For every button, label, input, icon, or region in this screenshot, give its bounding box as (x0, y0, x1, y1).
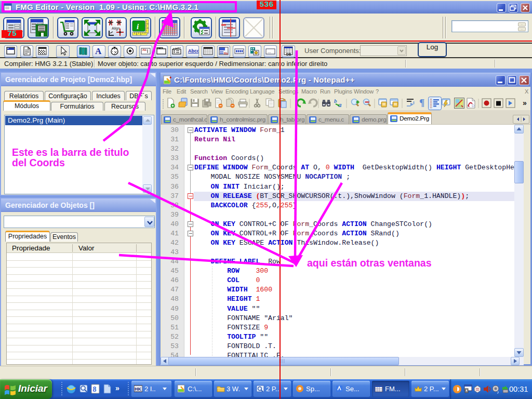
svg-text:8: 8 (93, 385, 97, 393)
svg-text:...: ... (268, 49, 271, 54)
svg-text:b: b (334, 98, 337, 104)
svg-text:Abcd: Abcd (188, 48, 198, 54)
svg-text:Rb: Rb (224, 52, 228, 55)
svg-text:»: » (523, 99, 527, 107)
svg-text:HK: HK (135, 387, 141, 392)
svg-text:¶: ¶ (419, 97, 424, 108)
svg-text:»: » (115, 384, 119, 392)
svg-text:Align: Align (112, 26, 120, 31)
svg-text:D: D (472, 104, 474, 108)
svg-text:DB: DB (286, 52, 291, 56)
svg-text:Ab: Ab (142, 48, 147, 51)
svg-text:A: A (95, 46, 102, 56)
